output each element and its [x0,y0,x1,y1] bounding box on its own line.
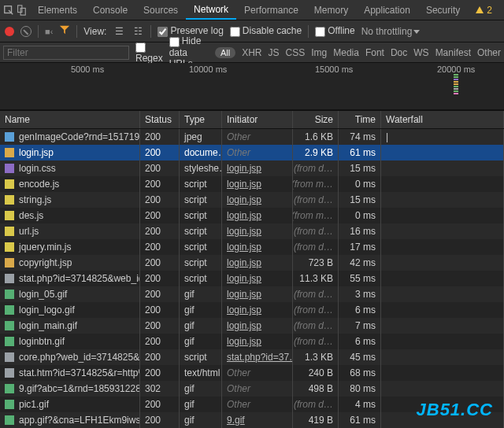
warning-indicator[interactable]: 2 [471,5,497,16]
disable-cache-checkbox[interactable]: Disable cache [230,25,302,36]
table-row[interactable]: login_05.gif200giflogin.jsp(from d…3 ms [0,286,504,302]
tab-performance[interactable]: Performance [236,0,306,20]
type-cell: script [180,223,222,239]
time-cell: 61 ms [339,145,381,160]
table-row[interactable]: core.php?web_id=3714825&sh…200scriptstat… [0,349,504,365]
col-name[interactable]: Name [0,111,140,128]
type-cell: gif [180,412,222,428]
type-cell: gif [180,334,222,349]
initiator-cell[interactable]: login.jsp [227,226,261,237]
time-cell: 74 ms [339,129,381,145]
table-row[interactable]: login.jsp200docume…Other2.9 KB61 ms [0,145,504,160]
time-cell: 4 ms [339,397,381,412]
throttling-dropdown[interactable]: No throttling [361,26,421,37]
time-cell: 80 ms [339,381,381,397]
table-row[interactable]: jquery.min.js200scriptlogin.jsp(from d…1… [0,239,504,255]
waterfall-cell [381,349,504,365]
timeline-overview[interactable]: 5000 ms 10000 ms 15000 ms 20000 ms [0,63,504,110]
table-row[interactable]: login.css200styleshe…login.jsp(from d…15… [0,160,504,176]
file-icon [5,179,14,189]
overview-icon[interactable]: ☷ [132,25,144,38]
tab-network[interactable]: Network [186,0,236,20]
filter-type-manifest[interactable]: Manifest [435,47,471,58]
camera-icon[interactable]: ■‹ [45,27,53,36]
initiator-cell[interactable]: login.jsp [227,304,261,315]
col-status[interactable]: Status [140,111,180,128]
separator [308,25,309,38]
status-cell: 200 [140,412,180,428]
tab-sources[interactable]: Sources [135,0,186,20]
filter-type-css[interactable]: CSS [286,47,306,58]
offline-checkbox[interactable]: Offline [315,25,354,36]
table-row[interactable]: encode.js200scriptlogin.jsp(from m…0 ms [0,176,504,192]
table-row[interactable]: des.js200scriptlogin.jsp(from m…0 ms [0,208,504,223]
waterfall-cell [381,208,504,223]
initiator-cell[interactable]: login.jsp [227,179,261,190]
device-icon[interactable] [16,4,27,17]
waterfall-cell [381,192,504,208]
initiator-cell[interactable]: login.jsp [227,242,261,253]
initiator-cell[interactable]: login.jsp [227,320,261,331]
table-row[interactable]: stat.php?id=3714825&web_id=…200scriptlog… [0,271,504,286]
clear-icon[interactable] [20,26,32,37]
record-icon[interactable] [5,27,14,36]
filter-type-xhr[interactable]: XHR [242,47,261,58]
filter-type-all[interactable]: All [215,47,235,58]
table-row[interactable]: login_main.gif200giflogin.jsp(from d…7 m… [0,318,504,334]
time-cell: 6 ms [339,334,381,349]
table-row[interactable]: genImageCode?rnd=15171941…200jpegOther1.… [0,129,504,145]
filter-type-ws[interactable]: WS [413,47,428,58]
tab-memory[interactable]: Memory [306,0,356,20]
tab-elements[interactable]: Elements [30,0,85,20]
inspect-icon[interactable] [3,4,14,17]
large-rows-icon[interactable]: ☰ [113,25,125,38]
filter-icon[interactable] [59,24,70,38]
table-row[interactable]: url.js200scriptlogin.jsp(from d…16 ms [0,223,504,239]
filter-type-other[interactable]: Other [477,47,501,58]
timeline-tick: 15000 ms [315,65,353,74]
table-row[interactable]: stat.htm?id=3714825&r=http%…200text/html… [0,365,504,381]
time-cell: 61 ms [339,412,381,428]
initiator-cell[interactable]: stat.php?id=37… [227,352,293,363]
col-size[interactable]: Size [293,111,339,128]
table-row[interactable]: 9.gif?abc=1&rnd=1859312282302gifOther498… [0,381,504,397]
initiator-cell[interactable]: login.jsp [227,163,261,174]
col-type[interactable]: Type [180,111,222,128]
table-header: Name Status Type Initiator Size Time Wat… [0,110,504,129]
tab-application[interactable]: Application [356,0,418,20]
regex-checkbox[interactable]: Regex [135,41,163,63]
initiator-cell[interactable]: login.jsp [227,289,261,300]
more-menu-icon[interactable]: ⋮ [498,5,504,16]
col-initiator[interactable]: Initiator [222,111,293,128]
table-row[interactable]: login_logo.gif200giflogin.jsp(from d…6 m… [0,302,504,318]
table-row[interactable]: copyright.jsp200scriptlogin.jsp723 B42 m… [0,255,504,271]
tab-console[interactable]: Console [85,0,135,20]
size-cell: 1.3 KB [293,349,339,365]
filter-type-img[interactable]: Img [311,47,327,58]
waterfall-cell [381,176,504,192]
initiator-cell[interactable]: login.jsp [227,257,261,268]
initiator-cell[interactable]: login.jsp [227,210,261,221]
initiator-cell[interactable]: 9.gif [227,415,245,426]
tab-security[interactable]: Security [418,0,468,20]
initiator-cell: Other [227,399,250,410]
initiator-cell[interactable]: login.jsp [227,194,261,205]
table-row[interactable]: pic1.gif200gifOther(from d…4 ms [0,397,504,412]
filter-type-media[interactable]: Media [333,47,359,58]
time-cell: 3 ms [339,286,381,302]
waterfall-cell [381,334,504,349]
waterfall-cell [381,223,504,239]
initiator-cell[interactable]: login.jsp [227,273,261,284]
col-waterfall[interactable]: Waterfall [381,111,504,128]
table-row[interactable]: loginbtn.gif200giflogin.jsp(from d…6 ms [0,334,504,349]
table-row[interactable]: app.gif?&cna=LFH1Ekm9iwsC…200gif9.gif419… [0,412,504,428]
filter-type-js[interactable]: JS [269,47,280,58]
filter-input[interactable] [3,46,129,60]
waterfall-cell [381,160,504,176]
initiator-cell[interactable]: login.jsp [227,336,261,347]
filter-type-font[interactable]: Font [365,47,384,58]
time-cell: 15 ms [339,160,381,176]
col-time[interactable]: Time [339,111,381,128]
table-row[interactable]: string.js200scriptlogin.jsp(from d…15 ms [0,192,504,208]
filter-type-doc[interactable]: Doc [391,47,407,58]
